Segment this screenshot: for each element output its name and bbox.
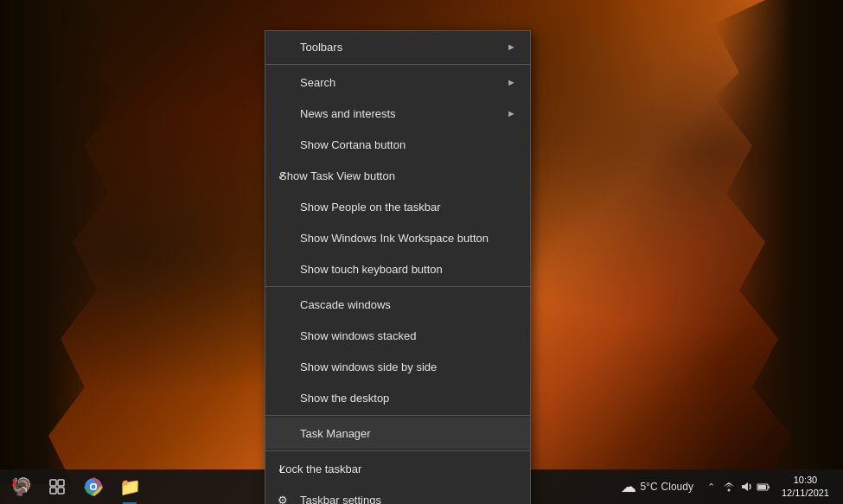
check-icon: ✓ (278, 169, 287, 182)
menu-item-task-manager[interactable]: Task Manager (265, 418, 530, 449)
menu-item-touch[interactable]: Show touch keyboard button (265, 253, 530, 284)
taskview-icon (49, 479, 65, 494)
menu-item-news[interactable]: News and interests ► (265, 98, 530, 129)
gear-icon: ⚙ (278, 494, 288, 505)
turkey-icon: 🦃 (10, 476, 32, 497)
taskbar-folder-icon[interactable]: 📁 (112, 469, 147, 504)
tray-network-icon[interactable] (721, 479, 737, 494)
taskbar-clock[interactable]: 10:30 12/11/2021 (775, 474, 836, 501)
taskbar-left-section: 🦃 📁 (0, 469, 150, 504)
clock-date: 12/11/2021 (782, 487, 829, 500)
menu-item-label: Show Windows Ink Workspace button (300, 232, 489, 245)
menu-item-sidebyside[interactable]: Show windows side by side (265, 351, 530, 382)
menu-item-label: Toolbars (300, 41, 342, 54)
menu-item-label: Show People on the taskbar (300, 201, 441, 214)
svg-rect-11 (758, 485, 766, 489)
menu-item-taskbar-settings[interactable]: ⚙ Taskbar settings (265, 484, 530, 504)
svg-rect-0 (50, 480, 56, 486)
svg-rect-1 (58, 480, 64, 486)
system-tray: ⌃ (704, 479, 771, 494)
menu-divider-2 (265, 286, 530, 287)
taskbar-chrome-icon[interactable] (76, 469, 111, 504)
svg-point-8 (727, 489, 730, 492)
svg-rect-2 (50, 488, 56, 494)
menu-item-label: Lock the taskbar (279, 463, 361, 475)
weather-condition: Cloudy (661, 481, 693, 493)
menu-item-label: Search (300, 76, 335, 89)
menu-item-search[interactable]: Search ► (265, 67, 530, 98)
menu-item-label: Show Task View button (279, 169, 395, 182)
svg-point-7 (92, 485, 96, 489)
menu-item-label: Show Cortana button (300, 138, 406, 151)
folder-icon: 📁 (119, 476, 141, 497)
battery-icon (757, 480, 770, 494)
submenu-arrow-icon: ► (507, 108, 516, 118)
weather-temp: 5°C (640, 481, 657, 493)
svg-rect-10 (768, 486, 770, 488)
tray-battery-icon[interactable] (756, 479, 771, 494)
weather-widget[interactable]: ☁ 5°C Cloudy (614, 477, 700, 496)
menu-item-label: Cascade windows (300, 298, 391, 311)
taskbar-app-icon-turkey[interactable]: 🦃 (3, 469, 38, 504)
tray-volume-icon[interactable] (738, 479, 754, 494)
menu-item-toolbars[interactable]: Toolbars ► (265, 31, 530, 62)
weather-cloud-icon: ☁ (621, 477, 636, 496)
menu-item-label: Show touch keyboard button (300, 263, 443, 276)
menu-divider-3 (265, 415, 530, 416)
context-menu: Toolbars ► Search ► News and interests ►… (265, 30, 531, 504)
svg-rect-3 (58, 488, 64, 494)
menu-item-cortana[interactable]: Show Cortana button (265, 129, 530, 160)
menu-item-show-desktop[interactable]: Show the desktop (265, 382, 530, 413)
menu-divider-1 (265, 64, 530, 65)
menu-item-ink[interactable]: Show Windows Ink Workspace button (265, 222, 530, 253)
menu-item-lock-taskbar[interactable]: ✓ Lock the taskbar (265, 453, 530, 484)
chrome-icon (84, 477, 103, 496)
menu-item-people[interactable]: Show People on the taskbar (265, 191, 530, 222)
menu-item-taskview[interactable]: ✓ Show Task View button (265, 160, 530, 191)
network-icon (722, 480, 736, 494)
submenu-arrow-icon: ► (507, 77, 516, 87)
menu-item-label: Taskbar settings (300, 494, 381, 505)
clock-time: 10:30 (794, 474, 818, 487)
menu-divider-4 (265, 450, 530, 451)
menu-item-label: Show windows side by side (300, 360, 437, 373)
volume-icon (739, 480, 753, 494)
taskbar-right-section: ☁ 5°C Cloudy ⌃ (607, 474, 843, 501)
check-icon: ✓ (278, 463, 287, 475)
menu-item-cascade[interactable]: Cascade windows (265, 289, 530, 320)
menu-item-label: Show the desktop (300, 392, 389, 405)
menu-item-label: News and interests (300, 107, 396, 120)
tray-chevron-icon[interactable]: ⌃ (704, 479, 719, 494)
menu-item-label: Task Manager (300, 427, 371, 440)
menu-item-label: Show windows stacked (300, 329, 416, 342)
submenu-arrow-icon: ► (507, 41, 516, 52)
menu-item-stacked[interactable]: Show windows stacked (265, 320, 530, 351)
taskbar-taskview-button[interactable] (40, 469, 74, 504)
